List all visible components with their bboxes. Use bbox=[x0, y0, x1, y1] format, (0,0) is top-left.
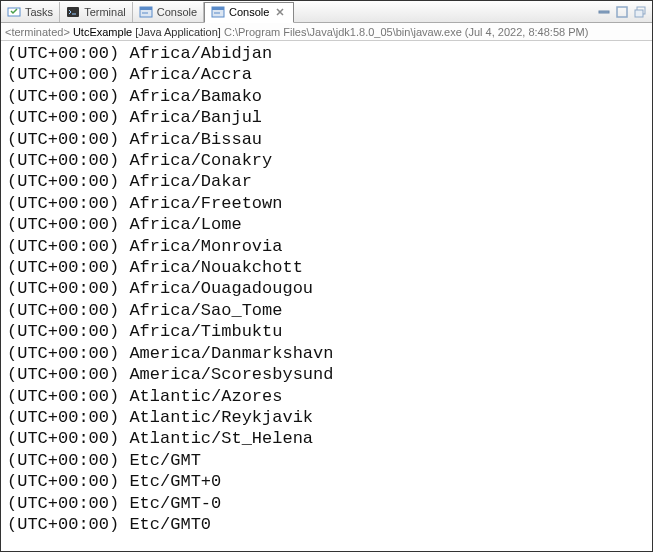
maximize-icon[interactable] bbox=[614, 4, 630, 20]
app-name: UtcExample bbox=[73, 26, 132, 38]
console-status: <terminated> UtcExample [Java Applicatio… bbox=[1, 23, 652, 41]
minimize-icon[interactable] bbox=[596, 4, 612, 20]
tab-label: Tasks bbox=[25, 6, 53, 18]
tab-bar: Tasks Terminal Console Console bbox=[1, 1, 652, 23]
launch-config: [Java Application] bbox=[135, 26, 221, 38]
tasks-icon bbox=[7, 5, 21, 19]
termination-tag: <terminated> bbox=[5, 26, 70, 38]
svg-rect-7 bbox=[212, 7, 224, 10]
svg-rect-10 bbox=[617, 7, 627, 17]
svg-rect-1 bbox=[67, 7, 79, 17]
close-icon[interactable] bbox=[273, 5, 287, 19]
restore-icon[interactable] bbox=[632, 4, 648, 20]
tab-terminal[interactable]: Terminal bbox=[60, 2, 133, 22]
svg-rect-4 bbox=[140, 7, 152, 10]
svg-rect-12 bbox=[635, 10, 643, 17]
console-icon bbox=[211, 5, 225, 19]
svg-rect-9 bbox=[599, 11, 609, 13]
console-icon bbox=[139, 5, 153, 19]
terminal-icon bbox=[66, 5, 80, 19]
tab-label: Console bbox=[229, 6, 269, 18]
tab-console-1[interactable]: Console bbox=[133, 2, 204, 22]
tab-label: Terminal bbox=[84, 6, 126, 18]
tab-tasks[interactable]: Tasks bbox=[1, 2, 60, 22]
tab-label: Console bbox=[157, 6, 197, 18]
exec-path: C:\Program Files\Java\jdk1.8.0_05\bin\ja… bbox=[224, 26, 462, 38]
timestamp: (Jul 4, 2022, 8:48:58 PM) bbox=[465, 26, 589, 38]
console-output[interactable]: (UTC+00:00) Africa/Abidjan (UTC+00:00) A… bbox=[1, 41, 652, 551]
tab-console-active[interactable]: Console bbox=[204, 2, 294, 23]
view-toolbar bbox=[596, 4, 652, 20]
